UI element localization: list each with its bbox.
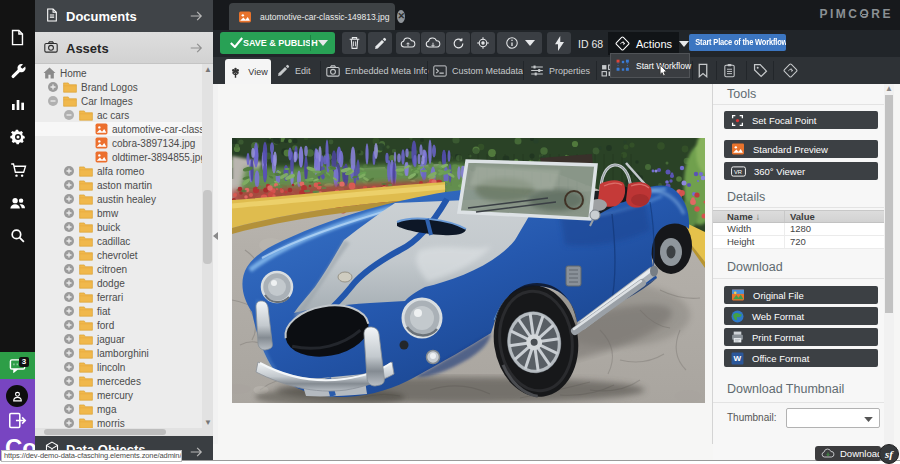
svg-text:W: W — [733, 354, 741, 363]
svg-text:VR: VR — [734, 168, 742, 174]
